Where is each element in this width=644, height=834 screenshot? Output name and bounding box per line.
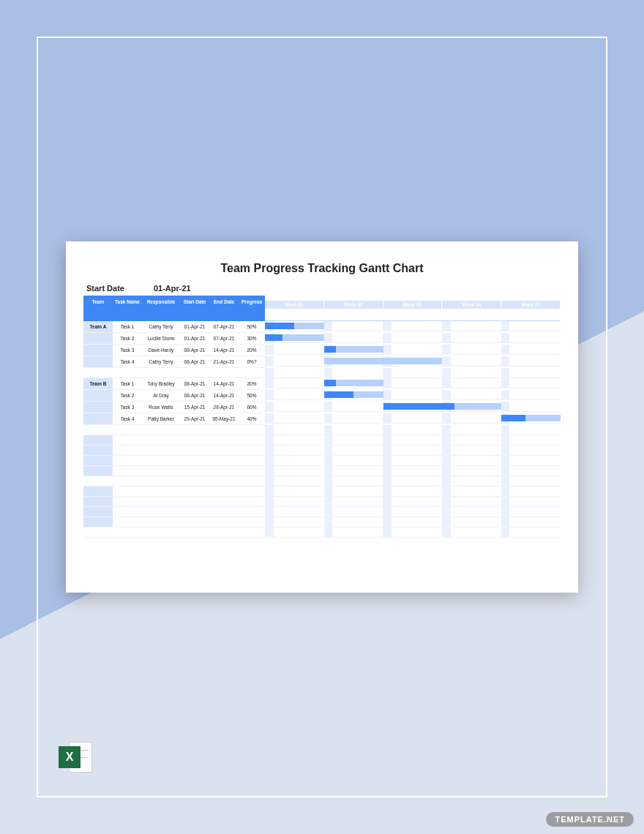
day-letter: T — [307, 315, 316, 321]
day-number: 24 — [459, 309, 468, 315]
day-number: 16 — [392, 309, 400, 315]
team-cell — [83, 466, 113, 476]
table-row: Task 2Lucille Stone01-Apr-2107-Apr-2130% — [83, 333, 561, 345]
day-letter: F — [392, 315, 400, 321]
data-cell: 01-Apr-21 — [180, 333, 209, 345]
data-cell: Task 1 — [113, 378, 142, 390]
column-header: Team — [83, 296, 113, 321]
day-number: 10 — [341, 309, 350, 315]
day-letter: S — [282, 315, 291, 321]
day-letter: F — [332, 315, 341, 321]
data-cell: Al Gray — [142, 390, 180, 402]
table-row: Team ATask 1Cathy Terry01-Apr-2107-Apr-2… — [83, 321, 561, 333]
day-number: 5 — [552, 309, 561, 315]
start-date-label: Start Date — [86, 284, 124, 293]
day-letter: M — [358, 315, 367, 321]
table-row: Task 3Dave Hardy08-Apr-2114-Apr-2120% — [83, 345, 561, 356]
day-letter: S — [518, 315, 527, 321]
day-number: 1 — [518, 309, 527, 315]
empty-row — [83, 466, 561, 476]
column-header: Progress — [239, 296, 265, 321]
day-number: 21 — [434, 309, 443, 315]
day-number: 9 — [332, 309, 341, 315]
data-cell: 20% — [239, 345, 265, 356]
empty-row — [83, 446, 561, 456]
day-letter: W — [493, 315, 501, 321]
day-number: 20 — [425, 309, 434, 315]
data-cell: Rose Watts — [142, 402, 180, 413]
data-cell: 08-Apr-21 — [180, 378, 209, 390]
week-label: Week 04 — [442, 301, 501, 309]
spacer-row — [83, 368, 561, 378]
team-cell — [83, 356, 113, 368]
week-label: Week 03 — [383, 301, 443, 309]
day-letter: T — [425, 315, 434, 321]
column-header: Task Name — [113, 296, 142, 321]
watermark-badge: TEMPLATE.NET — [546, 812, 634, 827]
data-cell: 08-Apr-21 — [180, 356, 209, 368]
day-number: 2 — [274, 309, 282, 315]
gantt-bar-progress — [324, 380, 336, 386]
team-cell: Team B — [83, 378, 113, 390]
team-cell — [83, 487, 113, 497]
data-cell: 15-Apr-21 — [180, 402, 209, 413]
data-cell: 40% — [239, 413, 265, 425]
data-cell: Toby Bradley — [142, 378, 180, 390]
day-number: 8 — [324, 309, 333, 315]
data-cell: 30% — [239, 333, 265, 345]
day-number: 6 — [307, 309, 316, 315]
data-cell: 21-Apr-21 — [209, 356, 239, 368]
day-letter: S — [468, 315, 476, 321]
day-letter: S — [349, 315, 358, 321]
data-cell: 0%? — [239, 356, 265, 368]
spacer-row — [83, 425, 561, 435]
day-letter: F — [509, 315, 518, 321]
gantt-grid: TeamTask NameResponsibleStart DateEnd Da… — [83, 296, 561, 538]
gantt-sheet: Team Progress Tracking Gantt Chart Start… — [66, 241, 578, 593]
data-cell: 14-Apr-21 — [209, 345, 239, 356]
day-number: 27 — [484, 309, 493, 315]
team-cell — [83, 345, 113, 356]
table-row: Task 4Cathy Terry08-Apr-2121-Apr-210%? — [83, 356, 561, 368]
start-date-value: 01-Apr-21 — [154, 284, 191, 293]
day-letter: S — [341, 315, 350, 321]
day-letter: W — [375, 315, 383, 321]
data-cell: Task 4 — [113, 413, 142, 425]
data-cell: 50% — [239, 321, 265, 333]
day-letter: T — [366, 315, 375, 321]
week-label: Week 05 — [501, 301, 561, 309]
day-number: 15 — [383, 309, 392, 315]
column-header: Start Date — [180, 296, 209, 321]
day-letter: T — [484, 315, 493, 321]
month-label: April — [265, 296, 518, 301]
empty-row — [83, 497, 561, 507]
spacer-row — [83, 476, 561, 487]
start-date-row: Start Date 01-Apr-21 — [86, 284, 561, 293]
day-number: 12 — [358, 309, 367, 315]
gantt-bar-bg — [324, 358, 443, 364]
day-letter: M — [535, 315, 544, 321]
day-number: 13 — [366, 309, 375, 315]
data-cell: Task 3 — [113, 345, 142, 356]
team-cell — [83, 390, 113, 402]
team-cell — [83, 517, 113, 527]
day-letter: M — [476, 315, 484, 321]
team-cell — [83, 507, 113, 517]
gantt-bar-progress — [383, 403, 454, 410]
week-label: Week 01 — [265, 301, 324, 309]
day-letter: T — [544, 315, 553, 321]
gantt-bar-progress — [265, 334, 282, 341]
day-number: 1 — [265, 309, 274, 315]
data-cell: Dave Hardy — [142, 345, 180, 356]
day-number: 3 — [535, 309, 544, 315]
day-letter: W — [315, 315, 324, 321]
data-cell: 28-Apr-21 — [209, 402, 239, 413]
day-number: 5 — [299, 309, 307, 315]
day-number: 18 — [408, 309, 417, 315]
week-label: Week 02 — [324, 301, 383, 309]
column-header: Responsible — [142, 296, 180, 321]
empty-row — [83, 487, 561, 497]
day-letter: S — [526, 315, 535, 321]
gantt-bar-progress — [501, 415, 525, 421]
excel-icon: X — [59, 739, 95, 775]
